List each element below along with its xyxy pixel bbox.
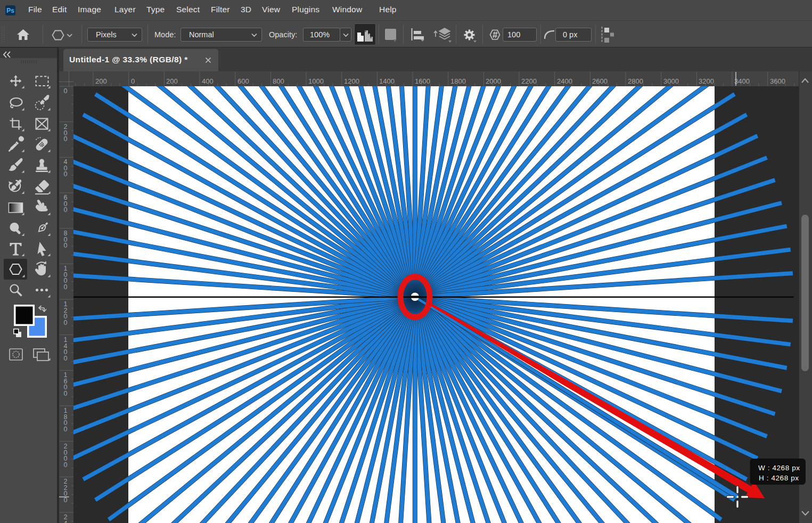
svg-text:H : 4268 px: H : 4268 px: [759, 474, 799, 482]
svg-text:W : 4268 px: W : 4268 px: [758, 464, 800, 472]
